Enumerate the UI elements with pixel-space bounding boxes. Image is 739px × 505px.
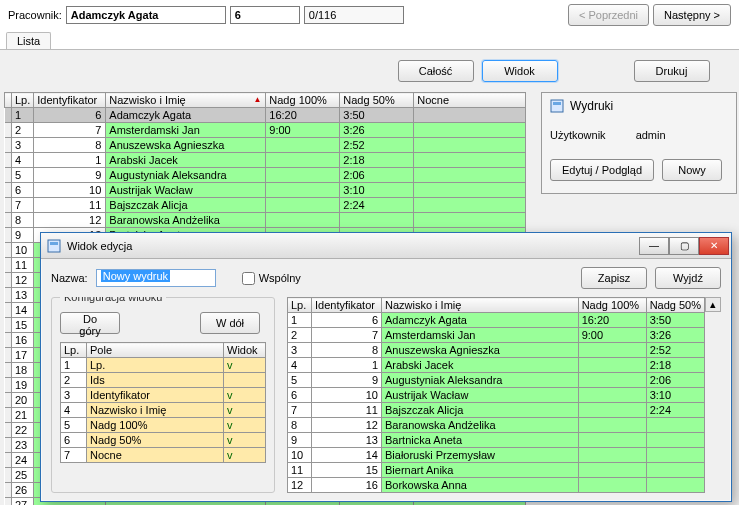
employee-label: Pracownik: xyxy=(8,9,62,21)
employee-nav-bar: Pracownik: < Poprzedni Następny > xyxy=(0,0,739,30)
view-edit-dialog: Widok edycja — ▢ ✕ Nazwa: Nowy wydruk Ws… xyxy=(40,232,732,502)
main-col-header[interactable]: Identyfikator xyxy=(34,93,106,108)
table-row[interactable]: 41Arabski Jacek2:18 xyxy=(5,153,526,168)
cfg-row[interactable]: 3Identyfikatorv xyxy=(61,388,266,403)
preview-grid-wrap: Lp.IdentyfikatorNazwisko i ImięNadg 100%… xyxy=(287,297,721,493)
cfg-col-header[interactable]: Lp. xyxy=(61,343,87,358)
table-row[interactable]: 610Austrijak Wacław3:10 xyxy=(5,183,526,198)
save-button[interactable]: Zapisz xyxy=(581,267,647,289)
print-panel-title: Wydruki xyxy=(570,99,613,113)
preview-col-header[interactable]: Nadg 100% xyxy=(578,298,646,313)
employee-id-field[interactable] xyxy=(230,6,300,24)
table-row[interactable]: 27Amsterdamski Jan9:003:26 xyxy=(5,123,526,138)
name-label: Nazwa: xyxy=(51,272,88,284)
table-row[interactable]: 38Anuszewska Agnieszka2:52 xyxy=(5,138,526,153)
tab-bar: Lista xyxy=(0,30,739,50)
preview-col-header[interactable]: Identyfikator xyxy=(312,298,382,313)
move-up-button[interactable]: Do góry xyxy=(60,312,120,334)
print-panel-icon xyxy=(550,99,564,113)
dialog-icon xyxy=(47,239,61,253)
svg-rect-3 xyxy=(50,242,58,245)
maximize-button[interactable]: ▢ xyxy=(669,237,699,255)
table-row[interactable]: 812Baranowska Andżelika xyxy=(5,213,526,228)
dialog-titlebar[interactable]: Widok edycja — ▢ ✕ xyxy=(41,233,731,259)
preview-row[interactable]: 16Adamczyk Agata16:203:50 xyxy=(288,313,705,328)
main-col-header[interactable]: Lp. xyxy=(12,93,34,108)
dialog-title: Widok edycja xyxy=(67,240,132,252)
config-group: Konfiguracja widoku Do góry W dół Lp.Pol… xyxy=(51,297,275,493)
preview-col-header[interactable]: Nadg 50% xyxy=(646,298,704,313)
table-row[interactable]: 16Adamczyk Agata16:203:50 xyxy=(5,108,526,123)
close-button[interactable]: ✕ xyxy=(699,237,729,255)
svg-rect-1 xyxy=(553,102,561,105)
tab-lista[interactable]: Lista xyxy=(6,32,51,49)
edit-preview-button[interactable]: Edytuj / Podgląd xyxy=(550,159,654,181)
calosc-button[interactable]: Całość xyxy=(398,60,474,82)
table-row[interactable]: 59Augustyniak Aleksandra2:06 xyxy=(5,168,526,183)
new-button[interactable]: Nowy xyxy=(662,159,722,181)
preview-table[interactable]: Lp.IdentyfikatorNazwisko i ImięNadg 100%… xyxy=(287,297,705,493)
cfg-row[interactable]: 4Nazwisko i Imięv xyxy=(61,403,266,418)
widok-button[interactable]: Widok xyxy=(482,60,558,82)
cfg-row[interactable]: 1Lp.v xyxy=(61,358,266,373)
move-down-button[interactable]: W dół xyxy=(200,312,260,334)
preview-col-header[interactable]: Lp. xyxy=(288,298,312,313)
progress-field xyxy=(304,6,404,24)
preview-row[interactable]: 610Austrijak Wacław3:10 xyxy=(288,388,705,403)
preview-row[interactable]: 41Arabski Jacek2:18 xyxy=(288,358,705,373)
svg-rect-2 xyxy=(48,240,60,252)
cfg-row[interactable]: 6Nadg 50%v xyxy=(61,433,266,448)
cfg-row[interactable]: 2Ids xyxy=(61,373,266,388)
user-value: admin xyxy=(636,129,666,141)
next-button[interactable]: Następny > xyxy=(653,4,731,26)
cfg-col-header[interactable]: Widok xyxy=(224,343,266,358)
sort-indicator-icon: ▲ xyxy=(253,95,261,104)
cfg-row[interactable]: 7Nocnev xyxy=(61,448,266,463)
preview-row[interactable]: 913Bartnicka Aneta xyxy=(288,433,705,448)
dialog-top-row: Nazwa: Nowy wydruk Wspólny Zapisz Wyjdź xyxy=(51,267,721,289)
scroll-up-arrow[interactable]: ▴ xyxy=(705,297,721,312)
svg-rect-0 xyxy=(551,100,563,112)
preview-row[interactable]: 59Augustyniak Aleksandra2:06 xyxy=(288,373,705,388)
cfg-row[interactable]: 5Nadg 100%v xyxy=(61,418,266,433)
prev-button[interactable]: < Poprzedni xyxy=(568,4,649,26)
config-legend: Konfiguracja widoku xyxy=(60,297,166,303)
cfg-col-header[interactable]: Pole xyxy=(87,343,224,358)
main-col-header[interactable]: Nazwisko i Imię▲ xyxy=(106,93,266,108)
exit-button[interactable]: Wyjdź xyxy=(655,267,721,289)
preview-row[interactable]: 812Baranowska Andżelika xyxy=(288,418,705,433)
config-table[interactable]: Lp.PoleWidok 1Lp.v2Ids3Identyfikatorv4Na… xyxy=(60,342,266,463)
preview-row[interactable]: 711Bajszczak Alicja2:24 xyxy=(288,403,705,418)
table-row[interactable]: 711Bajszczak Alicja2:24 xyxy=(5,198,526,213)
employee-name-field[interactable] xyxy=(66,6,226,24)
main-col-header[interactable]: Nadg 50% xyxy=(340,93,414,108)
minimize-button[interactable]: — xyxy=(639,237,669,255)
common-checkbox[interactable]: Wspólny xyxy=(242,272,301,285)
preview-row[interactable]: 27Amsterdamski Jan9:003:26 xyxy=(288,328,705,343)
main-col-header[interactable]: Nadg 100% xyxy=(266,93,340,108)
preview-row[interactable]: 1115Biernart Anika xyxy=(288,463,705,478)
drukuj-button[interactable]: Drukuj xyxy=(634,60,710,82)
main-col-header[interactable]: Nocne xyxy=(414,93,526,108)
print-panel: Wydruki Użytkownik admin Edytuj / Podglą… xyxy=(541,92,737,194)
toolbar: Całość Widok Drukuj xyxy=(0,50,739,92)
name-input[interactable]: Nowy wydruk xyxy=(96,269,216,287)
user-label: Użytkownik xyxy=(550,129,606,141)
preview-row[interactable]: 38Anuszewska Agnieszka2:52 xyxy=(288,343,705,358)
preview-row[interactable]: 1216Borkowska Anna xyxy=(288,478,705,493)
preview-row[interactable]: 1014Białoruski Przemysław xyxy=(288,448,705,463)
preview-col-header[interactable]: Nazwisko i Imię xyxy=(382,298,579,313)
